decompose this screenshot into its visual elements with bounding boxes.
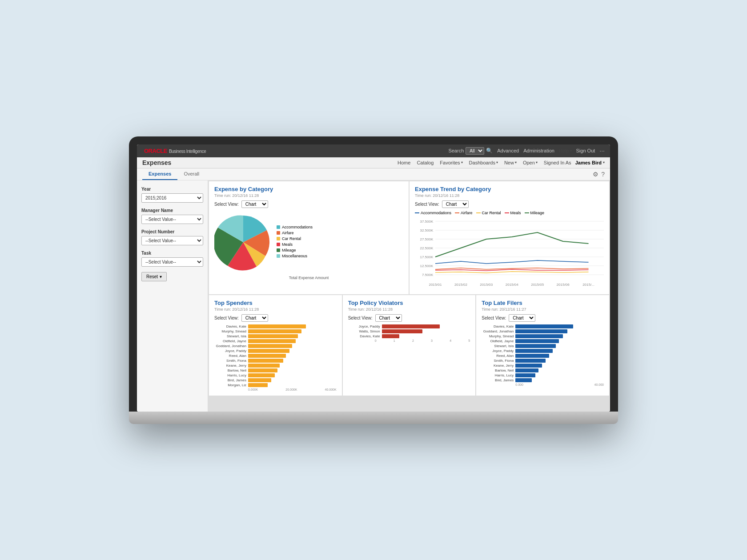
list-item: Davies, Kate [348, 334, 470, 338]
more-icon[interactable]: ··· [599, 147, 605, 154]
svg-text:2015/01: 2015/01 [429, 283, 442, 286]
svg-text:32.500K: 32.500K [420, 228, 433, 232]
top-policy-view-select[interactable]: Chart [375, 314, 402, 322]
list-item: Murphy, Sinead [214, 329, 337, 333]
year-select[interactable]: 2015;2016 [141, 193, 203, 203]
sidebar: Year 2015;2016 Manager Name --Select Val… [137, 180, 208, 412]
top-spenders-title: Top Spenders [214, 300, 337, 306]
list-item: Smith, Fiona [482, 359, 604, 363]
new-dropdown[interactable]: New▾ [504, 160, 517, 165]
top-spenders-chart: Davies, KateMurphy, SineadStewart, IslaO… [214, 324, 337, 387]
list-item: Davies, Kate [482, 324, 604, 328]
top-policy-view-row: Select View: Chart [348, 314, 470, 322]
search-icon[interactable]: 🔍 [486, 148, 493, 154]
tab-expenses[interactable]: Expenses [142, 168, 177, 180]
top-spenders-panel: Top Spenders Time run: 20/12/16 11:28 Se… [209, 295, 342, 396]
help-icon[interactable]: ? [601, 171, 605, 178]
expense-by-category-subtitle: Time run: 20/12/16 11:28 [214, 193, 403, 198]
tab-icons: ⚙ ? [593, 171, 605, 178]
open-dropdown[interactable]: Open▾ [523, 160, 538, 165]
main-content: Year 2015;2016 Manager Name --Select Val… [137, 180, 610, 412]
reset-button[interactable]: Reset▾ [141, 272, 167, 281]
help-dropdown[interactable]: Help▾ [559, 148, 572, 153]
screen: ORACLEBusiness Intelligence Search All 🔍… [137, 144, 610, 412]
list-item: Barlow, Neil [482, 368, 604, 372]
dashboards-dropdown[interactable]: Dashboards▾ [469, 160, 498, 165]
manager-select[interactable]: --Select Value-- [141, 215, 203, 224]
list-item: Watts, Simon [348, 329, 470, 333]
administration-link[interactable]: Administration [523, 148, 554, 153]
expense-trend-view-select[interactable]: Chart [442, 200, 469, 208]
list-item: Reed, Alan [214, 354, 337, 358]
top-policy-axis: 012345 [348, 339, 470, 342]
user-name: James Bird [575, 160, 602, 165]
top-spenders-subtitle: Time run: 20/12/16 11:28 [214, 307, 337, 312]
laptop-base [129, 412, 618, 424]
top-spenders-axis: 0.000K20.000K40.000K [214, 388, 337, 391]
top-bar: ORACLEBusiness Intelligence Search All 🔍… [137, 144, 610, 157]
svg-text:22.500K: 22.500K [420, 246, 433, 250]
pie-legend: Accommodations Airfare Car Rental Meals … [277, 225, 313, 260]
advanced-link[interactable]: Advanced [497, 148, 519, 153]
line-legend: Accommodations Airfare Car Rental Meals … [415, 211, 604, 215]
task-filter: Task --Select Value-- [141, 251, 203, 267]
svg-text:2015/03: 2015/03 [480, 283, 493, 286]
catalog-link[interactable]: Catalog [417, 160, 434, 165]
expense-trend-panel: Expense Trend by Category Time run: 20/1… [410, 181, 609, 294]
top-late-filers-subtitle: Time run: 20/12/16 11:27 [482, 307, 604, 312]
home-link[interactable]: Home [398, 160, 410, 165]
list-item: Smith, Fiona [214, 359, 337, 363]
tab-bar: Expenses Overall ⚙ ? [137, 168, 610, 180]
top-spenders-view-select[interactable]: Chart [241, 314, 268, 322]
list-item: Bird, James [214, 378, 337, 382]
tab-overall[interactable]: Overall [177, 168, 205, 180]
year-label: Year [141, 187, 203, 192]
list-item: Stewart, Isla [214, 334, 337, 338]
signout-link[interactable]: Sign Out [576, 148, 595, 153]
dashboard: Expense by Category Time run: 20/12/16 1… [208, 180, 610, 412]
laptop-frame: ORACLEBusiness Intelligence Search All 🔍… [129, 136, 618, 424]
expense-by-category-view-select[interactable]: Chart [241, 200, 268, 208]
svg-text:2015/02: 2015/02 [454, 283, 467, 286]
list-item: Joyce, Paddy [214, 349, 337, 353]
project-select[interactable]: --Select Value-- [141, 236, 203, 245]
top-row: Expense by Category Time run: 20/12/16 1… [209, 181, 609, 294]
select-view-label: Select View: [214, 202, 239, 207]
list-item: Oldfield, Jayne [482, 339, 604, 343]
expense-by-category-panel: Expense by Category Time run: 20/12/16 1… [209, 181, 409, 294]
task-select[interactable]: --Select Value-- [141, 257, 203, 267]
svg-text:17.500K: 17.500K [420, 255, 433, 259]
pie-container: Accommodations Airfare Car Rental Meals … [214, 211, 403, 274]
list-item: Keane, Jerry [482, 364, 604, 368]
svg-text:2015/05: 2015/05 [531, 283, 544, 286]
manager-filter: Manager Name --Select Value-- [141, 208, 203, 224]
top-late-view-select[interactable]: Chart [509, 314, 535, 322]
expense-trend-title: Expense Trend by Category [415, 186, 604, 192]
top-policy-violators-panel: Top Policy Violators Time run: 20/12/16 … [343, 295, 476, 396]
list-item: Harris, Lucy [482, 373, 604, 377]
list-item: Reed, Alan [482, 354, 604, 358]
search-label: Search [448, 148, 464, 153]
top-policy-chart: Joyce, PaddyWatts, SimonDavies, Kate [348, 324, 470, 338]
svg-text:2015/04: 2015/04 [506, 283, 518, 286]
svg-text:2015/06: 2015/06 [557, 283, 570, 286]
list-item: Keane, Jerry [214, 364, 337, 368]
search-select[interactable]: All [466, 147, 484, 155]
page-title: Expenses [142, 159, 171, 166]
expense-by-category-view-row: Select View: Chart [214, 200, 403, 208]
top-spenders-view-row: Select View: Chart [214, 314, 337, 322]
list-item: Goddard, Jonathan [214, 344, 337, 348]
pie-chart [214, 213, 272, 271]
project-filter: Project Number --Select Value-- [141, 229, 203, 245]
favorites-dropdown[interactable]: Favorites▾ [440, 160, 462, 165]
list-item: Bird, James [482, 378, 604, 382]
top-nav-links: Advanced Administration Help▾ Sign Out ·… [497, 147, 605, 154]
list-item: Morgan, Liz [214, 383, 337, 387]
svg-text:2015/...: 2015/... [582, 283, 594, 286]
expense-by-category-title: Expense by Category [214, 186, 403, 192]
pie-x-label: Total Expense Amount [214, 276, 403, 280]
settings-icon[interactable]: ⚙ [593, 171, 598, 178]
line-chart: 37.500K 32.500K 27.500K 22.500K 17.500K … [415, 217, 604, 288]
svg-text:7.500K: 7.500K [422, 273, 433, 276]
list-item: Murphy, Sinead [482, 334, 604, 338]
